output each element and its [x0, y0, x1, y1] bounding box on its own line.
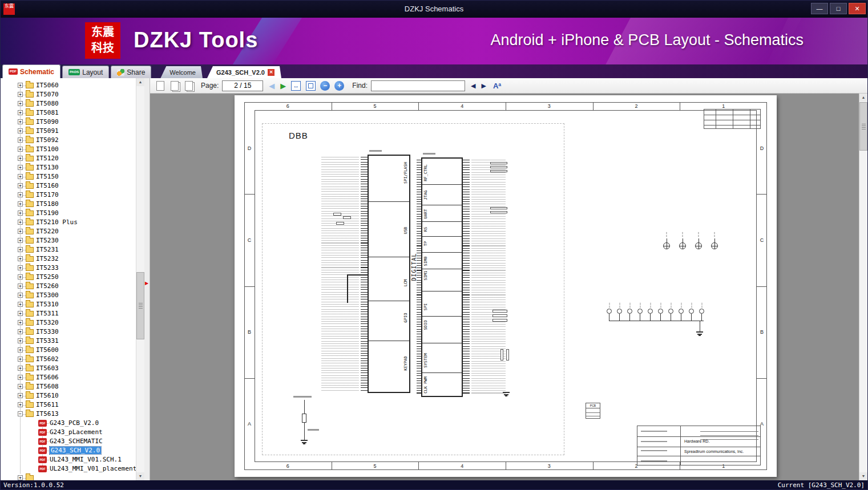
expand-icon[interactable]: + [18, 284, 23, 289]
tree-folder-item[interactable]: +IT5080 [1, 99, 136, 108]
tree-folder-item[interactable]: +IT5300 [1, 291, 136, 300]
sidebar-scrollbar[interactable]: ▲ ▼ [136, 78, 144, 480]
expand-icon[interactable]: + [18, 201, 23, 206]
expand-icon[interactable]: + [18, 375, 23, 380]
scrollbar-thumb[interactable] [859, 102, 867, 151]
expand-icon[interactable]: + [18, 128, 23, 133]
expand-icon[interactable]: + [18, 156, 23, 161]
expand-icon[interactable]: + [18, 101, 23, 106]
zoom-out-icon[interactable]: − [320, 81, 330, 91]
scroll-down-icon[interactable]: ▼ [859, 472, 867, 480]
tree-folder-item[interactable]: +IT5602 [1, 355, 136, 364]
expand-icon[interactable]: + [18, 293, 23, 298]
tree-folder-item[interactable]: +IT5190 [1, 209, 136, 218]
next-page-icon[interactable]: ▶ [280, 82, 286, 90]
canvas-scrollbar[interactable]: ▲ ▼ [859, 94, 867, 480]
expand-icon[interactable]: + [18, 247, 23, 252]
expand-icon[interactable]: + [18, 302, 23, 307]
scrollbar-thumb[interactable] [136, 272, 144, 339]
tree-folder-item[interactable]: +IT5090 [1, 118, 136, 127]
previous-page-icon[interactable]: ◀ [269, 82, 274, 90]
tab-share[interactable]: Share [111, 66, 151, 78]
expand-icon[interactable]: + [18, 92, 23, 97]
find-previous-icon[interactable]: ◀ [471, 82, 475, 90]
tree-folder-item[interactable]: +IT5331 [1, 337, 136, 346]
expand-icon[interactable]: + [18, 320, 23, 325]
tab-close-icon[interactable]: ✕ [268, 69, 274, 76]
single-page-view-icon[interactable] [156, 81, 164, 91]
tree-folder-item[interactable]: +IT5210 Plus [1, 218, 136, 227]
maximize-button[interactable]: □ [830, 3, 847, 14]
expand-icon[interactable]: + [18, 183, 23, 188]
tree-file-item[interactable]: PDFG243_pLacement [1, 428, 136, 437]
tree-folder-item[interactable]: +IT5170 [1, 191, 136, 200]
expand-icon[interactable]: + [18, 83, 23, 88]
tree-folder-item[interactable]: +IT5092 [1, 136, 136, 145]
splitter-collapse-icon[interactable]: ▶ [145, 281, 148, 286]
tree-folder-item[interactable]: +IT5231 [1, 245, 136, 254]
expand-icon[interactable]: + [18, 274, 23, 280]
page-number-input[interactable] [222, 80, 263, 91]
expand-icon[interactable]: + [18, 329, 23, 334]
multi-page-view-icon[interactable] [171, 81, 179, 91]
expand-icon[interactable]: + [18, 402, 23, 407]
tree-folder-item[interactable]: +IT5180 [1, 200, 136, 209]
tree-folder-item[interactable]: +IT5600 [1, 346, 136, 355]
close-button[interactable]: ✕ [849, 3, 866, 14]
tree-folder-item[interactable]: +IT5230 [1, 236, 136, 245]
tree-folder-item[interactable]: +IT5330 [1, 327, 136, 337]
tree-folder-item[interactable]: −IT5613 [1, 410, 136, 419]
scroll-down-icon[interactable]: ▼ [136, 472, 144, 480]
tree-folder-item[interactable]: +IT5232 [1, 254, 136, 264]
tab-layout[interactable]: PADS Layout [62, 66, 109, 78]
tree-folder-item[interactable]: +IT5233 [1, 264, 136, 273]
expand-icon[interactable]: + [18, 265, 23, 270]
tree-folder-item[interactable]: + [1, 473, 136, 480]
expand-icon[interactable]: + [18, 165, 23, 170]
tree-folder-item[interactable]: +IT5608 [1, 382, 136, 391]
expand-icon[interactable]: + [18, 256, 23, 261]
expand-icon[interactable]: + [18, 229, 23, 234]
expand-icon[interactable]: + [18, 366, 23, 371]
tree-file-item[interactable]: PDFUL243_MMI_V01_placement [1, 464, 136, 473]
scroll-up-icon[interactable]: ▲ [136, 78, 144, 86]
expand-icon[interactable]: + [18, 475, 23, 480]
expand-icon[interactable]: + [18, 311, 23, 316]
collapse-icon[interactable]: − [18, 411, 23, 416]
expand-icon[interactable]: + [18, 110, 23, 115]
tree-folder-item[interactable]: +IT5120 [1, 154, 136, 163]
tree-folder-item[interactable]: +IT5320 [1, 318, 136, 327]
tree-file-item[interactable]: PDFG243_SCH_V2.0 [1, 446, 136, 455]
tree-folder-item[interactable]: +IT5310 [1, 300, 136, 309]
expand-icon[interactable]: + [18, 347, 23, 353]
tree-folder-item[interactable]: +IT5100 [1, 145, 136, 154]
tree-file-item[interactable]: PDFG243_SCHEMATIC [1, 437, 136, 446]
tree-file-item[interactable]: PDFG243_PCB_V2.0 [1, 419, 136, 428]
expand-icon[interactable]: + [18, 238, 23, 243]
tree-folder-item[interactable]: +IT5260 [1, 282, 136, 291]
dual-page-view-icon[interactable] [185, 81, 193, 91]
fit-width-icon[interactable]: ↔ [291, 81, 301, 91]
tab-schematic[interactable]: PDF Schematic [2, 64, 60, 78]
tree-folder-item[interactable]: +IT5070 [1, 90, 136, 99]
find-next-icon[interactable]: ▶ [482, 82, 486, 90]
tree-file-item[interactable]: PDFUL243_MMI_V01.SCH.1 [1, 455, 136, 464]
tree-folder-item[interactable]: +IT5610 [1, 391, 136, 400]
tree-folder-item[interactable]: +IT5060 [1, 81, 136, 90]
expand-icon[interactable]: + [18, 119, 23, 124]
expand-icon[interactable]: + [18, 174, 23, 179]
expand-icon[interactable]: + [18, 357, 23, 362]
tree-folder-item[interactable]: +IT5130 [1, 163, 136, 172]
tree-folder-item[interactable]: +IT5606 [1, 373, 136, 382]
expand-icon[interactable]: + [18, 393, 23, 398]
tree-folder-item[interactable]: +IT5220 [1, 227, 136, 236]
match-case-icon[interactable]: Aª [493, 82, 501, 90]
fit-page-icon[interactable] [306, 81, 316, 91]
tree-folder-item[interactable]: +IT5250 [1, 273, 136, 282]
tab-document-g243[interactable]: G243_SCH_V2.0 ✕ [207, 66, 281, 78]
zoom-in-icon[interactable]: + [334, 81, 344, 91]
expand-icon[interactable]: + [18, 137, 23, 143]
tree-folder-item[interactable]: +IT5311 [1, 309, 136, 318]
expand-icon[interactable]: + [18, 147, 23, 152]
scroll-up-icon[interactable]: ▲ [859, 94, 867, 102]
